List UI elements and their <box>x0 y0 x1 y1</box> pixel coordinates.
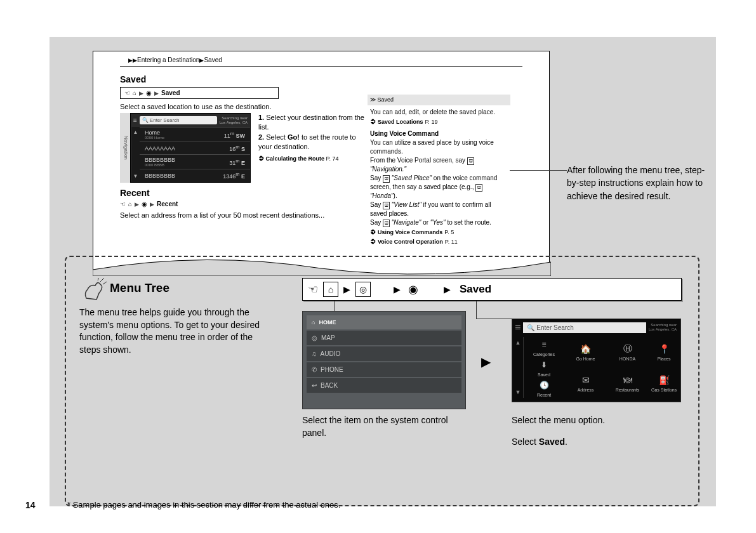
footnote: * Sample pages and images in this sectio… <box>67 500 340 510</box>
search-placeholder: Enter Search <box>150 117 180 123</box>
search-location: Searching near Los Angeles, CA <box>220 116 248 124</box>
triangle-icon: ▶ <box>139 90 143 96</box>
svg-line-1 <box>103 282 107 284</box>
nav-cell: 🏠Go Home <box>565 337 606 367</box>
nav-menu-screen: ≡ 🔍Enter Search Searching nearLos Angele… <box>512 319 681 402</box>
callout-line <box>510 170 567 171</box>
nav-sidebar-label: Navigation <box>120 113 130 183</box>
categories-icon: ≡ <box>538 338 550 351</box>
panel-row: ♫AUDIO <box>307 346 461 361</box>
svg-line-2 <box>98 278 99 280</box>
ref-link: ⮊ Using Voice Commands P. 5 <box>370 228 508 237</box>
excerpt-box: ▶▶Entering a Destination▶Saved Saved ☜ ⌂… <box>93 51 550 276</box>
list-item: Home0000 Home11m SW <box>140 127 250 141</box>
search-icon: 🔍 <box>142 117 149 123</box>
triangle-icon: ▶ <box>343 284 350 294</box>
divider <box>120 66 522 67</box>
home-circled-icon: ⌂ <box>128 201 132 207</box>
places-icon: 📍 <box>658 343 670 355</box>
breadcrumb-arrows: ▶▶ <box>128 57 137 63</box>
page-number: 14 <box>25 500 36 510</box>
home-circled-icon: ⌂ <box>133 89 136 96</box>
sidebar-text: You can utilize a saved place by using v… <box>370 138 508 156</box>
map-icon: ◎ <box>312 334 317 341</box>
path-label: Saved <box>161 89 180 96</box>
menu-path-box: ☜ ⌂ ▶ ◉ ▶ Saved <box>120 87 279 99</box>
nav-cell: 📍Places <box>649 337 679 367</box>
search-icon: 🔍 <box>527 324 534 331</box>
recent-icon: 🕓 <box>538 379 550 392</box>
search-field: 🔍Enter Search <box>523 322 646 333</box>
svg-line-0 <box>100 278 104 282</box>
address-icon: ✉ <box>580 374 592 386</box>
sidebar-header: ≫ Saved <box>368 95 510 105</box>
sidebar-text: You can add, edit, or delete the saved p… <box>370 108 508 117</box>
audio-icon: ♫ <box>312 350 317 357</box>
step-number: 2. <box>258 133 264 141</box>
menu-tree-bar: ☜ ⌂ ▶ ◎ ▶ ◉ ▶ Saved <box>302 278 682 301</box>
menu-tree-desc: The menu tree helps guide you through th… <box>79 306 263 356</box>
list-item: AAAAAAAA16m S <box>140 141 250 154</box>
gas-icon: ⛽ <box>658 374 670 386</box>
go-home-icon: 🏠 <box>580 343 592 355</box>
link-icon: ⮊ <box>370 238 376 246</box>
sidebar-tips: ≫ Saved You can add, edit, or delete the… <box>368 95 510 246</box>
list-item: BBBBBBBB0000 BBBB31m E <box>140 154 250 169</box>
restaurants-icon: 🍽 <box>621 374 634 386</box>
step-number: 1. <box>258 114 264 121</box>
sidebar-text: Say ⩐ "Saved Place" on the voice command… <box>370 174 508 201</box>
search-field: 🔍 Enter Search <box>140 116 217 124</box>
breadcrumb: ▶▶Entering a Destination▶Saved <box>93 51 549 63</box>
panel-row: ◎MAP <box>307 331 461 345</box>
caption-nav: Select the menu option. Select Saved. <box>512 414 658 448</box>
back-icon: ↩ <box>312 382 317 389</box>
scroll-column: ▲▼ <box>131 127 140 181</box>
nav-button-icon: ◎ <box>355 282 371 297</box>
link-icon: ⮊ <box>370 118 376 126</box>
saved-icon: ⬇ <box>538 359 550 371</box>
caption-panel: Select the item on the system control pa… <box>302 414 448 439</box>
link-icon: ⮊ <box>258 155 264 162</box>
ref-link: ⮊ Calculating the Route P. 74 <box>258 155 366 163</box>
device-screen-saved: ≡ 🔍 Enter Search Searching near Los Ange… <box>130 113 251 183</box>
triangle-icon: ▶ <box>394 284 401 294</box>
sidebar-text: Say ⩐ "View List" if you want to confirm… <box>370 201 508 218</box>
nav-cell: ✉Address <box>565 368 606 398</box>
home-button-icon: ⌂ <box>323 282 338 297</box>
step-text: Select your destination from the list. <box>258 114 364 131</box>
control-panel-screen: ⌂HOME ◎MAP ♫AUDIO ✆PHONE ↩BACK <box>302 311 466 409</box>
nav-circle-icon: ◉ <box>142 201 147 207</box>
callout-text: After following the menu tree, step-by-s… <box>567 164 706 202</box>
search-location: Searching nearLos Angeles, CA <box>649 323 678 331</box>
hand-icon: ☜ <box>308 282 318 296</box>
voice-icon: ⩐ <box>467 157 474 165</box>
voice-icon: ⩐ <box>383 175 390 183</box>
triangle-icon: ▶ <box>481 354 491 369</box>
triangle-icon: ▶ <box>444 284 451 294</box>
voice-icon: ⩐ <box>383 202 390 209</box>
list-item: BBBBBBBB1346m E <box>140 169 250 181</box>
instructions: 1. Select your destination from the list… <box>258 113 366 183</box>
panel-row: ⌂HOME <box>307 315 461 329</box>
scroll-column: ▲▼ <box>514 337 522 398</box>
hand-icon: ☜ <box>120 201 126 207</box>
triangle-icon: ▶ <box>154 90 159 96</box>
nav-cell: 🕓Recent <box>523 378 564 398</box>
voice-icon: ⩐ <box>383 220 390 227</box>
finger-press-icon <box>81 278 107 303</box>
connector-line <box>476 319 512 319</box>
breadcrumb-part2: Saved <box>204 56 222 63</box>
honda-icon: Ⓗ <box>621 343 634 355</box>
info-icon: ≫ <box>370 96 376 103</box>
nav-cell: ⛽Gas Stations <box>649 368 679 398</box>
path-label: Recent <box>157 201 178 207</box>
voice-icon: ⩐ <box>475 184 482 192</box>
triangle-icon: ▶ <box>135 201 139 207</box>
ref-link: ⮊ Saved Locations P. 19 <box>370 118 508 126</box>
menu-icon: ≡ <box>515 322 521 333</box>
phone-icon: ✆ <box>312 366 317 373</box>
nav-cell: 🍽Restaurants <box>607 368 648 398</box>
sidebar-text: Say ⩐ "Navigate" or "Yes" to set the rou… <box>370 218 508 227</box>
saved-heading: Saved <box>120 74 549 84</box>
triangle-icon: ▶ <box>150 201 154 207</box>
